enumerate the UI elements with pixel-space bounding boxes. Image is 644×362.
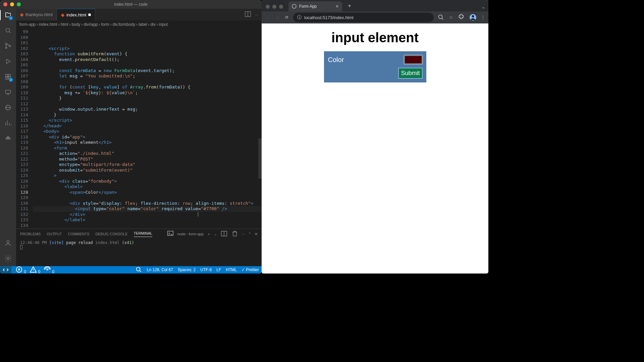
- status-eol[interactable]: LF: [216, 267, 221, 272]
- remote-explorer-icon[interactable]: [4, 88, 12, 97]
- bookmark-star-icon[interactable]: ☆: [449, 15, 453, 20]
- extensions-puzzle-icon[interactable]: [458, 13, 465, 22]
- kill-terminal-icon[interactable]: [231, 230, 238, 238]
- code-line[interactable]: window.output.innerText = msg;: [33, 107, 262, 112]
- breadcrumb-item[interactable]: input: [159, 22, 168, 27]
- tab-index[interactable]: ◆ index.html: [57, 9, 95, 20]
- forward-button[interactable]: →: [274, 15, 280, 20]
- code-line[interactable]: action="./index.html": [33, 151, 262, 157]
- window-close-button[interactable]: [266, 5, 270, 9]
- code-line[interactable]: const formData = new FormData(event.targ…: [33, 68, 262, 74]
- breadcrumb-item[interactable]: label: [139, 22, 147, 27]
- reload-button[interactable]: ⟳: [284, 15, 290, 20]
- tab-overflow-icon[interactable]: ⌄: [478, 5, 488, 11]
- zoom-icon[interactable]: [437, 13, 444, 22]
- code-editor[interactable]: 9910010110210310410510610710810911011111…: [16, 28, 262, 229]
- breadcrumb[interactable]: form-app›index.html›html›body›div#app›fo…: [16, 20, 262, 28]
- docker-icon[interactable]: [4, 134, 12, 143]
- close-tab-icon[interactable]: ✕: [335, 4, 339, 9]
- breadcrumb-item[interactable]: index.html: [39, 22, 57, 27]
- terminal-output[interactable]: 12:46:46 PM [vite] page reload index.htm…: [16, 239, 262, 266]
- back-button[interactable]: ←: [265, 15, 271, 20]
- code-line[interactable]: </label>: [33, 217, 262, 223]
- panel-tab-output[interactable]: OUTPUT: [47, 232, 62, 236]
- terminal-task-label[interactable]: node - form-app: [177, 232, 204, 236]
- graph-icon[interactable]: [4, 119, 12, 127]
- explorer-icon[interactable]: 1: [4, 11, 12, 19]
- run-debug-icon[interactable]: [4, 57, 12, 66]
- live-share-icon[interactable]: [4, 103, 12, 112]
- accounts-icon[interactable]: [4, 239, 12, 247]
- terminal-dropdown-icon[interactable]: ⌄: [214, 232, 217, 236]
- panel-tab-terminal[interactable]: TERMINAL: [134, 231, 153, 237]
- submit-button[interactable]: Submit: [398, 68, 422, 78]
- status-encoding[interactable]: UTF-8: [200, 267, 212, 272]
- settings-gear-icon[interactable]: [4, 254, 12, 263]
- split-editor-icon[interactable]: [244, 10, 252, 19]
- breadcrumb-item[interactable]: div#app: [84, 22, 98, 27]
- breadcrumb-item[interactable]: div.formbody: [112, 22, 135, 27]
- code-line[interactable]: <h1>input element</h1>: [33, 140, 262, 145]
- code-line[interactable]: <span>Color</span>: [33, 190, 262, 195]
- panel-tab-problems[interactable]: PROBLEMS: [20, 232, 41, 236]
- code-line[interactable]: <form: [33, 145, 262, 151]
- code-line[interactable]: }: [33, 112, 262, 118]
- extensions-icon[interactable]: 2: [4, 72, 12, 81]
- source-control-icon[interactable]: [4, 42, 12, 50]
- code-line[interactable]: [33, 62, 262, 68]
- status-indent[interactable]: Spaces: 2: [178, 267, 196, 272]
- code-line[interactable]: </head>: [33, 123, 262, 129]
- status-warnings[interactable]: 0: [30, 266, 40, 274]
- maximize-panel-icon[interactable]: ⌃: [248, 232, 251, 236]
- new-tab-button[interactable]: ＋: [344, 2, 355, 11]
- code-line[interactable]: <div style="display: flex; flex-directio…: [33, 201, 262, 206]
- split-terminal-icon[interactable]: [220, 230, 228, 238]
- code-line[interactable]: <div id="app">: [33, 134, 262, 140]
- breadcrumb-item[interactable]: form-app: [19, 22, 36, 27]
- breadcrumb-item[interactable]: body: [71, 22, 80, 27]
- site-info-icon[interactable]: ⓘ: [297, 14, 302, 20]
- code-line[interactable]: function submitForm(event) {: [33, 51, 262, 57]
- code-line[interactable]: </div>: [33, 212, 262, 218]
- code-line[interactable]: <body>: [33, 129, 262, 134]
- search-icon[interactable]: [4, 26, 12, 35]
- breadcrumb-item[interactable]: form: [101, 22, 109, 27]
- address-bar[interactable]: ⓘ localhost:5173/index.html: [293, 13, 434, 22]
- code-line[interactable]: <button type="submit">Submit</button>: [33, 228, 262, 229]
- code-line[interactable]: [33, 195, 262, 201]
- code-line[interactable]: [33, 101, 262, 107]
- code-line[interactable]: method="POST": [33, 157, 262, 162]
- window-minimize-button[interactable]: [272, 5, 276, 9]
- status-search-icon[interactable]: [135, 266, 142, 274]
- code-line[interactable]: }: [33, 96, 262, 101]
- status-errors[interactable]: 0: [15, 266, 26, 274]
- code-line[interactable]: >: [33, 173, 262, 179]
- code-line[interactable]: <script>: [33, 46, 262, 52]
- code-line[interactable]: <input type="color" name="color" require…: [33, 206, 262, 212]
- code-line[interactable]: </script>: [33, 118, 262, 123]
- remote-indicator[interactable]: [0, 266, 11, 274]
- close-panel-icon[interactable]: ✕: [255, 232, 258, 236]
- new-terminal-icon[interactable]: ＋: [207, 232, 211, 237]
- status-ports[interactable]: 0: [44, 266, 54, 274]
- more-panel-icon[interactable]: ···: [242, 232, 245, 236]
- status-formatter[interactable]: ✓ Prettier: [241, 267, 259, 272]
- profile-avatar[interactable]: [470, 14, 476, 21]
- code-line[interactable]: [33, 223, 262, 229]
- code-line[interactable]: <div class="formbody">: [33, 179, 262, 184]
- breadcrumb-item[interactable]: html: [61, 22, 68, 27]
- status-language[interactable]: HTML: [226, 267, 237, 272]
- breadcrumb-item[interactable]: div: [151, 22, 156, 27]
- more-actions-icon[interactable]: ···: [255, 12, 258, 17]
- chrome-menu-icon[interactable]: ⋮: [481, 15, 485, 20]
- code-line[interactable]: event.preventDefault();: [33, 57, 262, 63]
- code-line[interactable]: msg += `${key}: ${value}\n`;: [33, 90, 262, 96]
- status-cursor-pos[interactable]: Ln 128, Col 67: [147, 267, 173, 272]
- window-zoom-button[interactable]: [279, 5, 283, 9]
- scrollbar[interactable]: [258, 28, 262, 229]
- code-line[interactable]: let msg = "You submitted:\n";: [33, 73, 262, 79]
- code-line[interactable]: for (const [key, value] of Array.from(fo…: [33, 84, 262, 90]
- panel-tab-debug[interactable]: DEBUG CONSOLE: [96, 232, 128, 236]
- panel-tab-comments[interactable]: COMMENTS: [68, 232, 89, 236]
- code-line[interactable]: enctype="multipart/form-data": [33, 162, 262, 168]
